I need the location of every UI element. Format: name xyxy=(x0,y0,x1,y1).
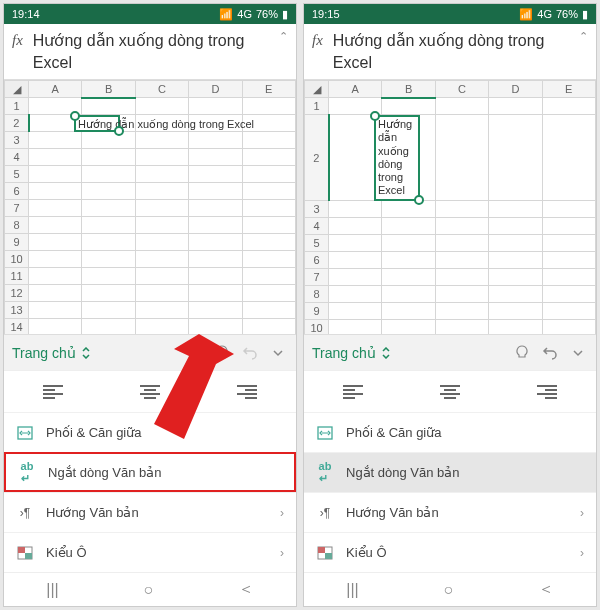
row-header[interactable]: 1 xyxy=(5,98,29,115)
menu-label: Phối & Căn giữa xyxy=(46,425,142,440)
home-tab[interactable]: Trang chủ xyxy=(12,345,92,361)
row-header[interactable]: 11 xyxy=(5,268,29,285)
col-header[interactable]: B xyxy=(82,81,135,98)
col-header[interactable]: C xyxy=(135,81,188,98)
battery-icon: ▮ xyxy=(282,8,288,21)
formula-text[interactable]: Hướng dẫn xuống dòng trong Excel xyxy=(333,30,573,73)
row-header[interactable]: 6 xyxy=(5,183,29,200)
undo-icon[interactable] xyxy=(540,343,560,363)
row-header[interactable]: 2 xyxy=(305,115,329,201)
svg-rect-3 xyxy=(25,553,32,559)
home-button[interactable]: ○ xyxy=(143,581,153,599)
row-header[interactable]: 9 xyxy=(5,234,29,251)
row-header[interactable]: 2 xyxy=(5,115,29,132)
chevron-down-icon[interactable] xyxy=(268,343,288,363)
wrap-text-button[interactable]: ab↵ Ngắt dòng Văn bản xyxy=(4,452,296,492)
formula-bar[interactable]: fx Hướng dẫn xuống dòng trong Excel ⌃ xyxy=(4,24,296,80)
home-tab-label: Trang chủ xyxy=(312,345,376,361)
row-header[interactable]: 6 xyxy=(305,252,329,269)
row-header[interactable]: 8 xyxy=(5,217,29,234)
row-header[interactable]: 4 xyxy=(5,149,29,166)
col-header[interactable]: C xyxy=(435,81,488,98)
svg-rect-2 xyxy=(18,547,25,553)
row-header[interactable]: 14 xyxy=(5,319,29,334)
row-header[interactable]: 1 xyxy=(305,98,329,115)
chevron-right-icon: › xyxy=(580,546,584,560)
spreadsheet-grid[interactable]: ◢ A B C D E 1 2 3 4 5 6 7 8 9 10 11 12 1… xyxy=(4,80,296,334)
fx-icon: fx xyxy=(12,32,23,49)
alignment-row xyxy=(4,370,296,412)
row-header[interactable]: 7 xyxy=(305,269,329,286)
row-header[interactable]: 3 xyxy=(5,132,29,149)
left-screenshot: 19:14 📶 4G 76% ▮ fx Hướng dẫn xuống dòng… xyxy=(3,3,297,607)
recent-apps-button[interactable]: ||| xyxy=(46,581,58,599)
status-time: 19:14 xyxy=(12,8,40,20)
row-header[interactable]: 12 xyxy=(5,285,29,302)
wrap-text-button[interactable]: ab↵ Ngắt dòng Văn bản xyxy=(304,452,596,492)
row-header[interactable]: 5 xyxy=(5,166,29,183)
row-header[interactable]: 3 xyxy=(305,201,329,218)
col-header[interactable]: A xyxy=(29,81,82,98)
home-tab-label: Trang chủ xyxy=(12,345,76,361)
row-header[interactable]: 13 xyxy=(5,302,29,319)
undo-icon[interactable] xyxy=(240,343,260,363)
signal-icon: 📶 xyxy=(219,8,233,21)
menu-label: Ngắt dòng Văn bản xyxy=(346,465,460,480)
menu-label: Kiểu Ô xyxy=(46,545,87,560)
lightbulb-icon[interactable] xyxy=(212,343,232,363)
row-header[interactable]: 8 xyxy=(305,286,329,303)
align-right-button[interactable] xyxy=(199,371,296,412)
text-direction-button[interactable]: ›¶ Hướng Văn bản › xyxy=(304,492,596,532)
expand-icon[interactable]: ⌃ xyxy=(579,30,588,43)
fx-icon: fx xyxy=(312,32,323,49)
formula-text[interactable]: Hướng dẫn xuống dòng trong Excel xyxy=(33,30,273,73)
col-header[interactable]: A xyxy=(329,81,382,98)
select-all-corner[interactable]: ◢ xyxy=(5,81,29,98)
row-header[interactable]: 10 xyxy=(305,320,329,334)
cell-style-button[interactable]: Kiểu Ô › xyxy=(4,532,296,572)
col-header[interactable]: E xyxy=(242,81,295,98)
back-button[interactable]: ＜ xyxy=(538,579,554,600)
network-rate: 4G xyxy=(237,8,252,20)
menu-label: Hướng Văn bản xyxy=(346,505,439,520)
lightbulb-icon[interactable] xyxy=(512,343,532,363)
col-header[interactable]: D xyxy=(189,81,242,98)
alignment-row xyxy=(304,370,596,412)
menu-label: Ngắt dòng Văn bản xyxy=(48,465,162,480)
row-header[interactable]: 5 xyxy=(305,235,329,252)
chevron-down-icon[interactable] xyxy=(568,343,588,363)
home-tab[interactable]: Trang chủ xyxy=(312,345,392,361)
spreadsheet-grid[interactable]: ◢ A B C D E 1 2 3 4 5 6 7 8 9 10 11 12 1… xyxy=(304,80,596,334)
row-header[interactable]: 4 xyxy=(305,218,329,235)
row-header[interactable]: 7 xyxy=(5,200,29,217)
row-header[interactable]: 10 xyxy=(5,251,29,268)
ribbon-strip: Trang chủ xyxy=(304,334,596,370)
merge-center-button[interactable]: Phối & Căn giữa xyxy=(304,412,596,452)
row-header[interactable]: 9 xyxy=(305,303,329,320)
align-left-button[interactable] xyxy=(304,371,401,412)
cell-style-button[interactable]: Kiểu Ô › xyxy=(304,532,596,572)
home-button[interactable]: ○ xyxy=(443,581,453,599)
back-button[interactable]: ＜ xyxy=(238,579,254,600)
text-direction-button[interactable]: ›¶ Hướng Văn bản › xyxy=(4,492,296,532)
battery-icon: ▮ xyxy=(582,8,588,21)
col-header[interactable]: E xyxy=(542,81,595,98)
status-bar: 19:15 📶 4G 76% ▮ xyxy=(304,4,596,24)
align-right-button[interactable] xyxy=(499,371,596,412)
expand-icon[interactable]: ⌃ xyxy=(279,30,288,43)
recent-apps-button[interactable]: ||| xyxy=(346,581,358,599)
col-header[interactable]: B xyxy=(382,81,435,98)
align-center-button[interactable] xyxy=(401,371,498,412)
android-navbar: ||| ○ ＜ xyxy=(4,572,296,606)
chevron-up-down-icon xyxy=(80,347,92,359)
merge-center-button[interactable]: Phối & Căn giữa xyxy=(4,412,296,452)
merge-icon xyxy=(316,426,334,440)
col-header[interactable]: D xyxy=(489,81,542,98)
chevron-right-icon: › xyxy=(580,506,584,520)
align-center-button[interactable] xyxy=(101,371,198,412)
select-all-corner[interactable]: ◢ xyxy=(305,81,329,98)
formula-bar[interactable]: fx Hướng dẫn xuống dòng trong Excel ⌃ xyxy=(304,24,596,80)
align-left-button[interactable] xyxy=(4,371,101,412)
wrap-text-icon: ab↵ xyxy=(18,460,36,485)
battery-pct: 76% xyxy=(556,8,578,20)
